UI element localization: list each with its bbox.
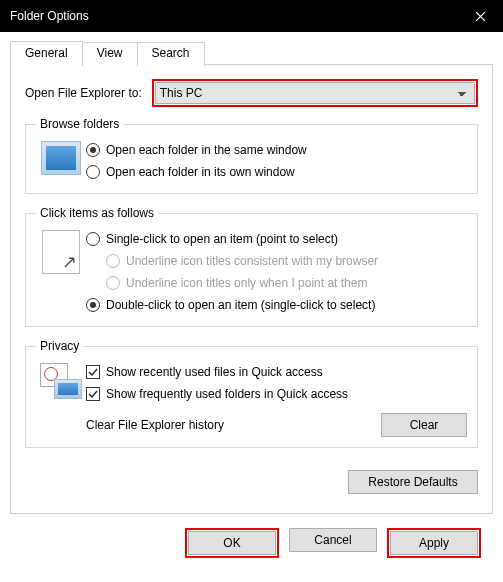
browse-folders-icon: [41, 141, 81, 175]
restore-defaults-button[interactable]: Restore Defaults: [348, 470, 478, 494]
tab-view[interactable]: View: [82, 42, 138, 66]
cancel-button[interactable]: Cancel: [289, 528, 377, 552]
check-freq-folders[interactable]: Show frequently used folders in Quick ac…: [86, 383, 467, 405]
browse-folders-group: Browse folders Open each folder in the s…: [25, 117, 478, 194]
clear-history-label: Clear File Explorer history: [86, 418, 381, 432]
check-recent-files[interactable]: Show recently used files in Quick access: [86, 361, 467, 383]
radio-same-window[interactable]: Open each folder in the same window: [86, 139, 467, 161]
click-items-group: Click items as follows Single-click to o…: [25, 206, 478, 327]
ok-button[interactable]: OK: [188, 531, 276, 555]
radio-double-click-label: Double-click to open an item (single-cli…: [106, 298, 375, 312]
radio-same-window-label: Open each folder in the same window: [106, 143, 307, 157]
radio-underline-browser-label: Underline icon titles consistent with my…: [126, 254, 378, 268]
open-to-row: Open File Explorer to: This PC: [25, 79, 478, 107]
radio-underline-point: Underline icon titles only when I point …: [86, 272, 467, 294]
open-to-label: Open File Explorer to:: [25, 86, 142, 100]
clear-button[interactable]: Clear: [381, 413, 467, 437]
folder-options-window: Folder Options General View Search Open …: [0, 0, 503, 582]
window-title: Folder Options: [10, 9, 457, 23]
radio-single-click-label: Single-click to open an item (point to s…: [106, 232, 338, 246]
dialog-body: General View Search Open File Explorer t…: [0, 32, 503, 582]
tab-general[interactable]: General: [10, 41, 83, 65]
privacy-icon: [40, 363, 82, 399]
apply-highlight: Apply: [387, 528, 481, 558]
tab-panel-general: Open File Explorer to: This PC Browse fo…: [10, 64, 493, 514]
privacy-legend: Privacy: [36, 339, 83, 353]
radio-own-window[interactable]: Open each folder in its own window: [86, 161, 467, 183]
check-icon: [88, 367, 98, 377]
click-items-icon: [42, 230, 80, 274]
ok-highlight: OK: [185, 528, 279, 558]
footer-buttons: OK Cancel Apply: [10, 514, 493, 572]
close-button[interactable]: [457, 0, 503, 32]
click-items-legend: Click items as follows: [36, 206, 158, 220]
check-freq-folders-label: Show frequently used folders in Quick ac…: [106, 387, 348, 401]
browse-folders-legend: Browse folders: [36, 117, 123, 131]
radio-underline-browser: Underline icon titles consistent with my…: [86, 250, 467, 272]
open-to-select[interactable]: This PC: [155, 82, 475, 104]
clear-history-row: Clear File Explorer history Clear: [36, 413, 467, 437]
close-icon: [475, 11, 486, 22]
tab-search[interactable]: Search: [137, 42, 205, 66]
radio-own-window-label: Open each folder in its own window: [106, 165, 295, 179]
privacy-group: Privacy Show recently used files in Quic…: [25, 339, 478, 448]
tab-row: General View Search: [10, 40, 493, 64]
titlebar: Folder Options: [0, 0, 503, 32]
check-recent-files-label: Show recently used files in Quick access: [106, 365, 323, 379]
check-icon: [88, 389, 98, 399]
radio-double-click[interactable]: Double-click to open an item (single-cli…: [86, 294, 467, 316]
radio-single-click[interactable]: Single-click to open an item (point to s…: [86, 228, 467, 250]
apply-button[interactable]: Apply: [390, 531, 478, 555]
open-to-highlight: This PC: [152, 79, 478, 107]
radio-underline-point-label: Underline icon titles only when I point …: [126, 276, 367, 290]
restore-defaults-row: Restore Defaults: [25, 470, 478, 494]
